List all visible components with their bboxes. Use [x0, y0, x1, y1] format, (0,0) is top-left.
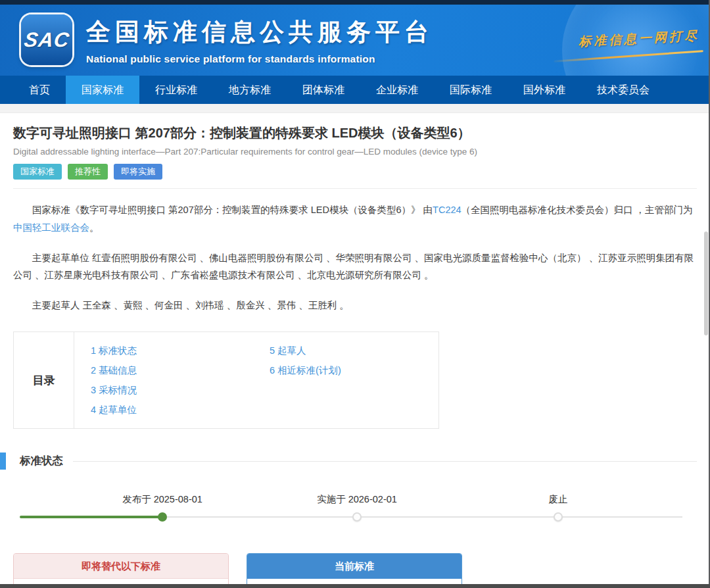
timeline-label-published: 发布于 2025-08-01	[122, 493, 202, 506]
main-nav: 首页 国家标准 行业标准 地方标准 团体标准 企业标准 国际标准 国外标准 技术…	[0, 76, 710, 104]
competent-department-link[interactable]: 中国轻工业联合会	[13, 222, 89, 233]
section-accent-bar	[0, 453, 6, 470]
drafting-orgs-paragraph: 主要起草单位 红壹佰照明股份有限公司 、佛山电器照明股份有限公司 、华荣照明有限…	[13, 249, 697, 285]
main-content: 数字可寻址照明接口 第207部分：控制装置的特殊要求 LED模块（设备类型6） …	[0, 124, 710, 588]
intro-text-1: 国家标准《数字可寻址照明接口 第207部分：控制装置的特殊要求 LED模块（设备…	[32, 205, 433, 215]
drafters-paragraph: 主要起草人 王全森 、黄熙 、何金田 、刘祎瑶 、殷金兴 、景伟 、王胜利 。	[13, 297, 697, 314]
standard-title-cn: 数字可寻址照明接口 第207部分：控制装置的特殊要求 LED模块（设备类型6）	[13, 124, 697, 142]
nav-item-home[interactable]: 首页	[13, 76, 66, 104]
timeline-label-abolished: 废止	[549, 493, 568, 506]
title-divider	[13, 188, 697, 189]
window-top-edge	[0, 0, 710, 5]
section-rule	[73, 461, 697, 462]
nav-content-gap	[0, 104, 710, 113]
scrollbar-thumb[interactable]	[704, 232, 708, 335]
badge-national-standard: 国家标准	[13, 164, 62, 180]
current-card-header: 当前标准	[247, 554, 462, 579]
current-standard-card: 当前标准 GB/T 30104.207-2025 即将实施 数字可寻址照明接口 …	[247, 553, 462, 588]
timeline-label-implemented: 实施于 2026-02-01	[317, 493, 397, 506]
intro-text-2: （全国照明电器标准化技术委员会）归口 ，主管部门为	[462, 205, 693, 215]
nav-item-national-standards[interactable]: 国家标准	[66, 76, 139, 104]
replaced-standard-card: 即将替代以下标准 GB/T 30104.207-2013 （全部代替） 数字可寻…	[13, 553, 229, 588]
badge-recommended: 推荐性	[68, 164, 108, 180]
toc-label: 目录	[14, 332, 74, 428]
status-section-header: 标准状态	[0, 453, 710, 470]
toc-link-drafting-orgs[interactable]: 4 起草单位	[91, 400, 270, 420]
section-title: 标准状态	[20, 454, 63, 468]
intro-paragraph: 国家标准《数字可寻址照明接口 第207部分：控制装置的特殊要求 LED模块（设备…	[13, 201, 697, 237]
toc-column-1: 1 标准状态 2 基础信息 3 采标情况 4 起草单位	[91, 341, 270, 420]
status-timeline: 发布于 2025-08-01 实施于 2026-02-01 废止	[13, 485, 697, 533]
site-title-en: National public service platform for sta…	[86, 53, 433, 65]
site-title-block: 全国标准信息公共服务平台 National public service pla…	[86, 16, 433, 65]
timeline-progress	[20, 516, 163, 518]
sac-logo[interactable]: SAC	[21, 14, 72, 65]
toc-link-similar-standards[interactable]: 6 相近标准(计划)	[270, 360, 341, 380]
sac-logo-text: SAC	[22, 28, 71, 52]
toc-link-standard-status[interactable]: 1 标准状态	[91, 341, 270, 360]
toc-box: 目录 1 标准状态 2 基础信息 3 采标情况 4 起草单位 5 起草人 6 相…	[13, 331, 439, 429]
badge-upcoming: 即将实施	[114, 164, 162, 180]
toc-link-adoption[interactable]: 3 采标情况	[91, 380, 270, 400]
nav-item-foreign-standards[interactable]: 国外标准	[508, 76, 581, 104]
toc-links: 1 标准状态 2 基础信息 3 采标情况 4 起草单位 5 起草人 6 相近标准…	[74, 332, 438, 428]
badge-row: 国家标准 推荐性 即将实施	[13, 164, 697, 180]
toc-column-2: 5 起草人 6 相近标准(计划)	[270, 341, 341, 420]
toc-link-drafters[interactable]: 5 起草人	[270, 341, 341, 360]
standard-cards: 即将替代以下标准 GB/T 30104.207-2013 （全部代替） 数字可寻…	[13, 553, 697, 588]
nav-item-enterprise-standards[interactable]: 企业标准	[360, 76, 434, 104]
replaced-card-header: 即将替代以下标准	[14, 554, 228, 579]
standard-title-en: Digital addressable lighting interface—P…	[13, 147, 697, 157]
window-bottom-edge	[0, 584, 710, 588]
nav-item-local-standards[interactable]: 地方标准	[213, 76, 287, 104]
timeline-dot-implemented	[352, 512, 362, 522]
tc224-link[interactable]: TC224	[433, 205, 462, 215]
site-header: SAC 全国标准信息公共服务平台 National public service…	[0, 5, 710, 76]
nav-item-group-standards[interactable]: 团体标准	[287, 76, 360, 104]
nav-item-technical-committees[interactable]: 技术委员会	[581, 76, 665, 104]
nav-item-industry-standards[interactable]: 行业标准	[139, 76, 213, 104]
site-title-cn: 全国标准信息公共服务平台	[86, 16, 433, 49]
toc-link-basic-info[interactable]: 2 基础信息	[91, 360, 270, 380]
intro-text-3: 。	[89, 222, 99, 233]
nav-item-international-standards[interactable]: 国际标准	[434, 76, 508, 104]
timeline-dot-published	[158, 512, 167, 522]
timeline-dot-abolished	[554, 512, 563, 522]
